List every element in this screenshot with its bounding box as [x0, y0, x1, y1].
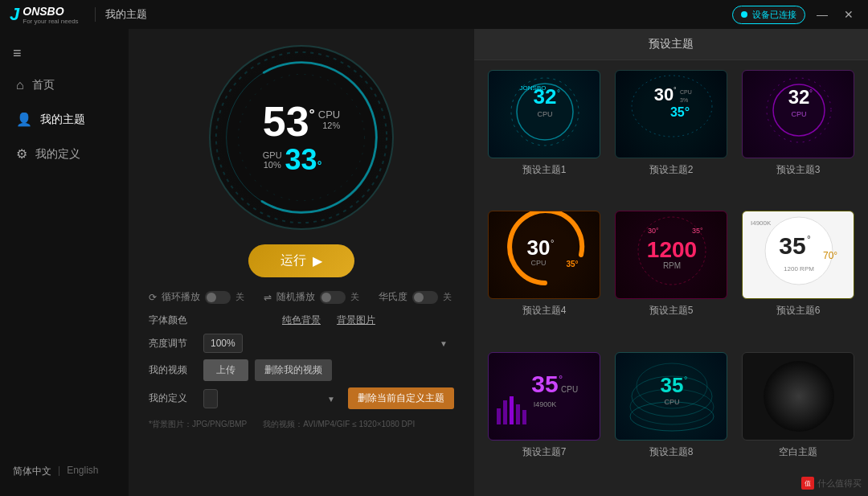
shuffle-toggle[interactable]: ⇌ 随机播放 关 [264, 290, 359, 304]
brightness-select[interactable]: 100% [203, 334, 243, 353]
preset-item-3[interactable]: 32 ° CPU 预设主题3 [738, 70, 858, 204]
loop-track[interactable] [205, 291, 231, 304]
preset-thumb-3: 32 ° CPU [742, 70, 854, 158]
home-icon: ⌂ [16, 78, 24, 92]
fahrenheit-track[interactable] [412, 291, 438, 304]
delete-def-button[interactable]: 删除当前自定义主题 [348, 387, 454, 409]
preset-item-4[interactable]: 30 ° CPU 35° 预设主题4 [484, 211, 604, 345]
bg-links: 纯色背景 背景图片 [203, 314, 454, 327]
preset6-svg: I4900K 35 ° 70° 1200 RPM [743, 211, 854, 299]
lang-cn[interactable]: 简体中文 [13, 465, 51, 478]
logo-tagline: For your real needs [23, 18, 78, 25]
preset-label-blank: 空白主题 [779, 445, 817, 459]
sidebar-item-my-theme[interactable]: 👤 我的主题 [0, 102, 129, 137]
svg-text:RPM: RPM [663, 261, 681, 270]
svg-rect-38 [510, 396, 514, 424]
gauge-outer: 53° CPU 12% GPU 10% [209, 45, 394, 230]
svg-text:35: 35 [661, 373, 684, 397]
preset-thumb-5: 30° 35° 1200 RPM [615, 211, 727, 299]
svg-text:30°: 30° [648, 227, 659, 235]
watermark-icon: 值 [801, 477, 814, 490]
svg-rect-37 [503, 400, 507, 424]
fahrenheit-label: 华氏度 [379, 290, 407, 304]
svg-text:°: ° [551, 238, 554, 248]
hint-video: 我的视频：AVI/MP4/GIF ≤ 1920×1080 DPI [263, 419, 415, 430]
gpu-row: GPU 10% 33° [263, 146, 341, 174]
lang-en[interactable]: English [67, 465, 98, 478]
svg-text:CPU: CPU [561, 385, 578, 394]
gpu-label: GPU [263, 150, 282, 160]
mydef-select[interactable] [203, 389, 218, 408]
sidebar-item-my-def[interactable]: ⚙ 我的定义 [0, 137, 129, 171]
preset-label-7: 预设主题7 [522, 445, 567, 459]
delete-video-button[interactable]: 删除我的视频 [255, 359, 332, 381]
preset-label-1: 预设主题1 [522, 163, 567, 177]
logo-j-letter: J [10, 4, 19, 25]
preset-item-8[interactable]: 35 ° CPU 预设主题8 [611, 352, 731, 486]
preset-thumb-1: 32 ° CPU JONSBO [488, 70, 600, 158]
preset-thumb-2: 30 ° CPU 3% 35° [615, 70, 727, 158]
svg-text:CPU: CPU [791, 110, 806, 118]
language-switcher: 简体中文 | English [0, 457, 129, 486]
preset-item-7[interactable]: 35 ° CPU I4900K 预设主题7 [484, 352, 604, 486]
shuffle-label: 随机播放 [276, 290, 315, 304]
preset-item-blank[interactable]: 空白主题 [738, 352, 858, 486]
svg-text:32: 32 [788, 86, 810, 108]
watermark: 值 什么值得买 [801, 477, 862, 490]
settings-table: 字体颜色 纯色背景 背景图片 亮度调节 100% [149, 314, 454, 416]
brightness-select-wrap: 100% [203, 334, 454, 353]
preset-item-5[interactable]: 30° 35° 1200 RPM 预设主题5 [611, 211, 731, 345]
svg-text:70°: 70° [823, 250, 837, 261]
preset-label-6: 预设主题6 [776, 304, 821, 318]
device-badge: 设备已连接 [732, 6, 805, 24]
menu-icon[interactable]: ≡ [0, 39, 129, 68]
page-title-bar: 我的主题 [95, 7, 147, 22]
sidebar-item-home[interactable]: ⌂ 首页 [0, 68, 129, 102]
device-dot [741, 11, 747, 18]
upload-button[interactable]: 上传 [203, 359, 248, 381]
svg-text:35°: 35° [670, 105, 690, 119]
gauge-inner: 53° CPU 12% GPU 10% [263, 100, 341, 174]
preset-thumb-8: 35 ° CPU [615, 352, 727, 441]
preset2-svg: 30 ° CPU 3% 35° [616, 70, 727, 158]
cpu-pct: 12% [318, 121, 340, 130]
svg-text:CPU: CPU [537, 110, 552, 118]
mydef-label: 我的定义 [149, 391, 197, 405]
svg-text:°: ° [674, 86, 677, 94]
svg-text:1200: 1200 [647, 237, 697, 262]
svg-text:°: ° [684, 375, 687, 384]
fahrenheit-toggle[interactable]: 华氏度 关 [379, 290, 452, 304]
preset-label-8: 预设主题8 [649, 445, 694, 459]
preset-item-1[interactable]: 32 ° CPU JONSBO 预设主题1 [484, 70, 604, 204]
hint-row: *背景图片：JPG/PNG/BMP 我的视频：AVI/MP4/GIF ≤ 192… [149, 419, 454, 430]
svg-text:35°: 35° [692, 227, 703, 235]
preset4-svg: 30 ° CPU 35° [489, 211, 600, 299]
gpu-info: GPU 10% [263, 150, 282, 170]
svg-rect-36 [497, 408, 501, 424]
svg-text:°: ° [807, 234, 811, 245]
preset-thumb-7: 35 ° CPU I4900K [488, 352, 600, 441]
preset-item-2[interactable]: 30 ° CPU 3% 35° 预设主题2 [611, 70, 731, 204]
svg-text:35°: 35° [566, 260, 578, 268]
svg-point-52 [764, 361, 834, 432]
bg-plain-link[interactable]: 纯色背景 [282, 314, 321, 327]
close-button[interactable]: ✕ [839, 8, 858, 21]
loop-toggle[interactable]: ⟳ 循环播放 关 [149, 290, 244, 304]
preset-item-6[interactable]: I4900K 35 ° 70° 1200 RPM 预设主题6 [738, 211, 858, 345]
cpu-label: CPU [318, 109, 340, 121]
controls-row: ⟳ 循环播放 关 ⇌ 随机播放 关 华氏度 [149, 290, 454, 304]
gauge-container: 53° CPU 12% GPU 10% [209, 45, 394, 230]
run-button[interactable]: 运行 ▶ [248, 244, 354, 277]
gpu-pct: 10% [263, 160, 282, 170]
preset-thumb-4: 30 ° CPU 35° [488, 211, 600, 299]
svg-text:30: 30 [527, 236, 551, 260]
bg-image-link[interactable]: 背景图片 [337, 314, 375, 327]
blank-svg [743, 352, 854, 441]
logo: J ONSBO For your real needs [10, 4, 79, 25]
shuffle-track[interactable] [320, 291, 346, 304]
play-icon: ▶ [313, 253, 322, 268]
preset5-svg: 30° 35° 1200 RPM [616, 211, 727, 299]
minimize-button[interactable]: — [812, 8, 833, 21]
svg-text:CPU: CPU [530, 259, 546, 267]
sidebar: ≡ ⌂ 首页 👤 我的主题 ⚙ 我的定义 简体中文 | English [0, 29, 129, 496]
